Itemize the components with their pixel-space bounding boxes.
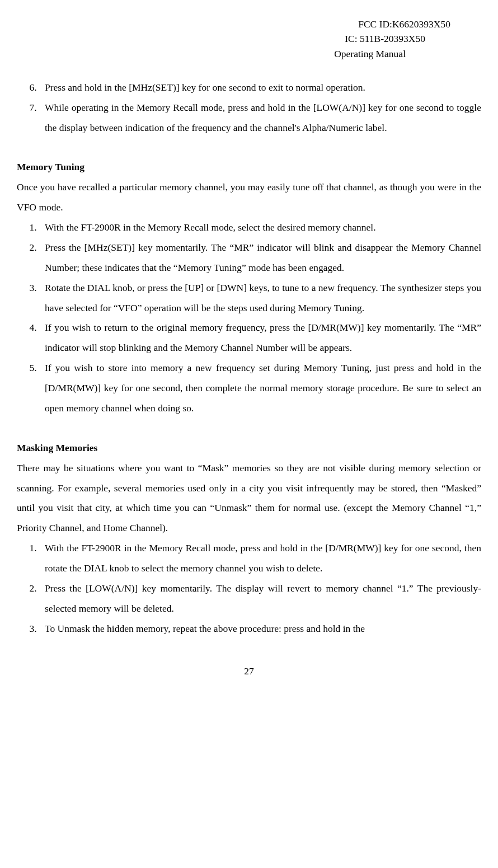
list-item: Press the [MHz(SET)] key momentarily. Th… bbox=[39, 238, 481, 278]
header-fcc-id: FCC ID:K6620393X50 bbox=[17, 17, 450, 31]
list-masking-memories: With the FT-2900R in the Memory Recall m… bbox=[17, 538, 481, 639]
list-item: If you wish to store into memory a new f… bbox=[39, 358, 481, 419]
page-header: FCC ID:K6620393X50 IC: 511B-20393X50 Ope… bbox=[17, 17, 481, 61]
list-item: Press the [LOW(A/N)] key momentarily. Th… bbox=[39, 579, 481, 619]
list-item: If you wish to return to the original me… bbox=[39, 318, 481, 358]
page-number: 27 bbox=[17, 661, 481, 682]
page-container: FCC ID:K6620393X50 IC: 511B-20393X50 Ope… bbox=[0, 0, 498, 692]
list-item: While operating in the Memory Recall mod… bbox=[39, 98, 481, 138]
heading-masking-memories: Masking Memories bbox=[17, 438, 481, 458]
list-item: To Unmask the hidden memory, repeat the … bbox=[39, 619, 481, 639]
list-item: With the FT-2900R in the Memory Recall m… bbox=[39, 538, 481, 579]
list-memory-tuning: With the FT-2900R in the Memory Recall m… bbox=[17, 218, 481, 419]
header-ic: IC: 511B-20393X50 bbox=[17, 31, 450, 46]
list-item: Rotate the DIAL knob, or press the [UP] … bbox=[39, 278, 481, 318]
heading-memory-tuning: Memory Tuning bbox=[17, 157, 481, 177]
list-item: Press and hold in the [MHz(SET)] key for… bbox=[39, 78, 481, 98]
intro-memory-tuning: Once you have recalled a particular memo… bbox=[17, 177, 481, 218]
list-item: With the FT-2900R in the Memory Recall m… bbox=[39, 218, 481, 238]
header-operating-manual: Operating Manual bbox=[17, 46, 450, 61]
list-continued: Press and hold in the [MHz(SET)] key for… bbox=[17, 78, 481, 138]
intro-masking-memories: There may be situations where you want t… bbox=[17, 458, 481, 539]
